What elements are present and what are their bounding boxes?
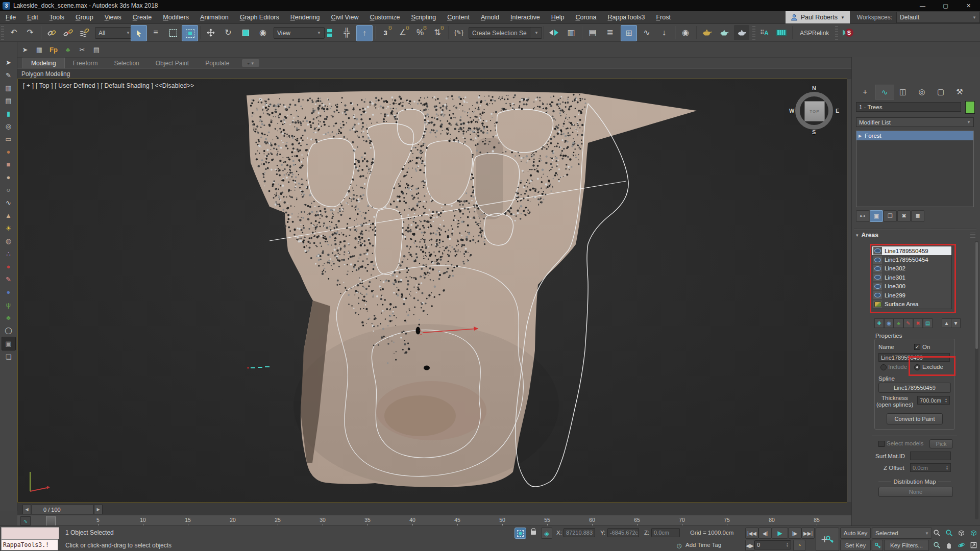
add-object-area-icon[interactable]: ◉ [884,318,894,328]
pointer-gear-icon[interactable]: ➤ [18,43,32,56]
menu-item[interactable]: File [0,11,21,23]
modifier-stack[interactable]: ▶Forest [856,131,974,207]
maximize-button[interactable]: ▢ [934,0,957,11]
go-to-end-button[interactable]: ▶▶| [801,528,815,539]
add-tree-area-icon[interactable]: ♣ [894,318,903,328]
expand-arrow-icon[interactable]: ▶ [859,134,862,138]
cut-tool-icon[interactable]: ✂ [76,43,89,56]
asprelink-button[interactable]: ASPRelink [796,27,837,39]
maxscript-listener-line[interactable]: RappaTools3.! [1,539,58,550]
menu-item[interactable]: Views [99,11,127,23]
grass-icon[interactable]: ψ [2,298,15,311]
areas-rollout-header[interactable]: ▾ Areas [856,232,878,239]
material-ball-icon[interactable]: ● [2,145,15,158]
foliage-icon[interactable]: ♣ [2,311,15,324]
undo-icon[interactable]: ↶ [6,25,21,40]
menu-item[interactable]: Scripting [405,11,442,23]
percent-snap-icon[interactable]: %Ω [412,25,428,40]
select-and-manipulate-icon[interactable]: ╬ [339,25,354,40]
select-models-label[interactable]: Select models [887,440,923,446]
layers-tool-icon[interactable]: ❏ [2,350,15,363]
snap-toggle-3d-icon[interactable]: 3Ω [378,25,393,40]
area-line1789550459[interactable]: Line1789550459 [872,246,951,255]
zoom-extents-all-icon[interactable] [968,528,979,538]
z-offset-spinner[interactable]: 0.0cm ▲▼ [910,463,951,472]
keyboard-shortcut-override-toggle[interactable]: ↑ [356,25,373,41]
x-coordinate-field[interactable]: 87210.883 [564,528,595,537]
object-marker[interactable] [424,366,430,370]
selection-lock-icon[interactable] [529,528,538,537]
area-list-icon[interactable]: ▤ [923,318,933,328]
menu-item[interactable]: Create [127,11,158,23]
dots-grid-icon[interactable]: ⠿A [756,25,772,40]
scene-explorer-icon[interactable]: ▤ [585,25,600,40]
viewport[interactable]: [ + ] [ Top ] [ User Defined ] [ Default… [17,79,847,503]
spline-icon[interactable]: ∿ [2,196,15,209]
select-object-button[interactable] [131,25,147,41]
object-marker[interactable] [416,327,421,335]
menu-item[interactable]: RappaTools3 [602,11,650,23]
menu-item[interactable]: Animation [194,11,234,23]
select-and-rotate-icon[interactable]: ↻ [220,25,236,40]
sheet-tool-icon[interactable]: ▤ [90,43,103,56]
modifier-list-dropdown[interactable]: Modifier List▼ [856,117,974,127]
z-coordinate-field[interactable]: 0.0cm [651,528,680,537]
configure-modifier-icon[interactable]: ≣ [911,210,924,222]
area-line302[interactable]: Line302 [872,264,951,273]
close-button[interactable]: ✕ [957,0,980,11]
menu-item[interactable]: Edit [21,11,44,23]
minimize-button[interactable]: — [911,0,934,11]
play-button[interactable]: ▶ [772,528,788,539]
current-frame-field[interactable]: 0 ▲▼ [754,540,791,549]
move-area-down-icon[interactable]: ▼ [951,318,961,328]
select-by-name-icon[interactable]: ≡ [148,25,163,40]
use-pivot-center-icon[interactable] [322,25,337,40]
menu-item[interactable]: Corona [570,11,602,23]
grid-icon[interactable]: ▦ [2,82,15,94]
menu-item[interactable]: Interactive [505,11,546,23]
ribbon-overflow-button[interactable]: ◒▾ [242,59,259,67]
pan-icon[interactable] [943,540,954,550]
zoom-extents-icon[interactable] [955,528,967,538]
add-time-tag[interactable]: Add Time Tag [685,542,721,548]
tab-freeform[interactable]: Freeform [65,58,106,68]
menu-item[interactable]: Content [442,11,475,23]
area-line299[interactable]: Line299 [872,291,951,299]
set-keys-button[interactable]: + [816,528,839,551]
surf-mat-id-field[interactable] [910,452,951,460]
move-area-up-icon[interactable]: ▲ [942,318,951,328]
menu-item[interactable]: Graph Editors [234,11,285,23]
forest-tool-icon[interactable]: ♣ [61,43,75,56]
next-frame-arrow[interactable]: ▶ [94,505,103,514]
window-crossing-toggle[interactable] [182,25,198,41]
on-checkbox[interactable]: ✓ [914,344,920,350]
sheet-icon[interactable]: ▤ [2,94,15,107]
menu-item[interactable]: Tools [44,11,70,23]
named-selection-set-field[interactable]: Create Selection Se [469,27,536,39]
select-and-move-icon[interactable] [203,25,218,40]
selection-set-dropdown-arrow[interactable]: ▼ [530,27,542,39]
menu-item[interactable]: Arnold [475,11,505,23]
zoom-icon[interactable] [931,528,942,538]
menu-item[interactable]: Civil View [325,11,364,23]
viewcube-top-face[interactable]: TOP [804,101,825,121]
toolbar-drag-handle[interactable] [1,26,4,40]
track-bar[interactable]: ∿ 05101520253035404550556065707580859095… [17,515,851,527]
fp-tool-icon[interactable]: Fp [47,43,60,56]
selection-filter-dropdown[interactable]: All▼ [95,27,134,39]
tab-create[interactable]: + [856,85,874,98]
viewport-canvas[interactable] [18,79,847,503]
select-and-link-icon[interactable] [44,25,59,40]
tab-display[interactable]: ▢ [932,85,950,98]
schematic-view-icon[interactable]: ↓ [656,25,672,40]
tab-hierarchy[interactable]: ◫ [894,85,912,98]
set-key-mode-icon[interactable] [872,540,883,551]
box-icon[interactable]: ■ [2,158,15,171]
tab-modeling[interactable]: Modeling [22,58,65,68]
next-frame-button[interactable]: |▶ [788,528,801,539]
add-paint-area-icon[interactable]: ✎ [903,318,913,328]
previous-frame-button[interactable]: ◀| [758,528,772,539]
menu-item[interactable]: Group [70,11,99,23]
grid-tool-icon[interactable]: ▦ [33,43,46,56]
tab-motion[interactable]: ◎ [913,85,931,98]
